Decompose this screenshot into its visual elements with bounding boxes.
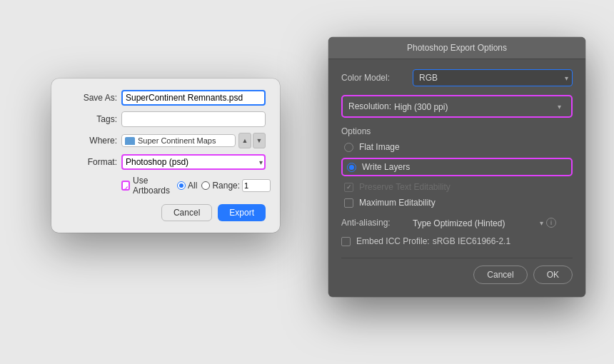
export-dialog-body: Color Model: RGB CMYK Grayscale ▾ Resolu… [328,59,585,297]
info-icon[interactable]: i [546,218,556,228]
write-layers-row: Write Layers [341,158,573,176]
format-label: Format: [66,157,117,167]
info-symbol: i [550,219,552,226]
use-artboards-checkbox[interactable]: Use Artboards [121,176,171,196]
flat-image-radio[interactable] [344,143,353,152]
icc-label: Embed ICC Profile: [356,236,430,246]
preserve-text-checkbox[interactable]: ✓ [344,183,353,192]
save-as-row: Save As: [66,90,266,106]
color-model-label: Color Model: [341,73,413,83]
max-edit-row: Maximum Editability [341,198,573,208]
write-layers-radio-dot [349,165,354,170]
range-input[interactable] [242,179,271,192]
divider [341,258,573,258]
save-as-input[interactable] [121,90,266,106]
radio-all-circle [177,181,186,190]
icc-value: sRGB IEC61966-2.1 [433,236,510,246]
color-model-select[interactable]: RGB CMYK Grayscale [413,69,573,86]
export-button[interactable]: Export [218,204,266,221]
format-select[interactable]: Photoshop (psd) [121,154,266,170]
radio-range-circle [201,181,210,190]
use-artboards-label: Use Artboards [133,176,171,196]
save-dialog: Save As: Tags: Where: Super Continent Ma… [51,79,280,233]
checkbox-check-mark [123,183,129,188]
format-select-wrapper: Photoshop (psd) ▾ [121,154,266,170]
where-label: Where: [66,136,117,146]
radio-all-dot [179,183,183,188]
anti-alias-label: Anti-aliasing: [341,218,413,228]
where-row: Where: Super Continent Maps ▲ ▼ [66,133,266,148]
radio-all[interactable]: All [177,181,197,191]
resolution-select-wrapper: High (300 ppi) Medium (150 ppi) Low (72 … [394,100,565,113]
where-folder[interactable]: Super Continent Maps [121,134,236,147]
tags-row: Tags: [66,111,266,127]
resolution-label-text: Resolution: [348,101,391,111]
write-layers-radio[interactable] [347,163,356,172]
tags-input[interactable] [121,111,266,127]
export-footer: Cancel OK [341,266,573,287]
max-edit-checkbox[interactable] [344,198,353,208]
tags-label: Tags: [66,114,117,124]
color-model-select-wrapper: RGB CMYK Grayscale ▾ [413,69,573,86]
anti-alias-select-wrapper: Type Optimized (Hinted) Art Optimized (S… [413,216,542,229]
export-ok-button[interactable]: OK [533,266,573,284]
save-dialog-buttons: Cancel Export [66,204,266,221]
cancel-button[interactable]: Cancel [161,204,212,221]
where-down-arrow[interactable]: ▼ [253,133,266,148]
format-row: Format: Photoshop (psd) ▾ [66,154,266,170]
preserve-text-row: ✓ Preserve Text Editability [341,182,573,192]
where-value: Super Continent Maps [138,136,216,145]
folder-icon [125,137,135,145]
export-cancel-button[interactable]: Cancel [473,266,527,284]
anti-alias-row: Anti-aliasing: Type Optimized (Hinted) A… [341,216,573,229]
where-arrows: ▲ ▼ [238,133,266,148]
artboard-radio-group: All Range: [177,179,271,192]
preserve-text-label: Preserve Text Editability [359,182,451,192]
export-dialog-titlebar: Photoshop Export Options [328,37,585,59]
radio-range-label: Range: [212,181,240,191]
icc-row: Embed ICC Profile: sRGB IEC61966-2.1 [341,236,573,246]
radio-all-label: All [188,181,197,191]
icc-checkbox[interactable] [341,237,351,246]
radio-range[interactable]: Range: [201,179,271,192]
resolution-row: Resolution: High (300 ppi) Medium (150 p… [341,95,573,118]
flat-image-row: Flat Image [341,142,573,152]
options-header: Options [341,126,573,136]
checkbox-icon [121,181,130,191]
export-dialog: Photoshop Export Options Color Model: RG… [328,37,585,297]
where-up-arrow[interactable]: ▲ [238,133,251,148]
write-layers-label: Write Layers [362,162,410,172]
preserve-check-mark: ✓ [346,183,352,191]
artboard-row: Use Artboards All Range: [66,176,266,196]
export-dialog-title: Photoshop Export Options [407,43,507,53]
anti-alias-select[interactable]: Type Optimized (Hinted) Art Optimized (S… [413,218,542,228]
max-edit-label: Maximum Editability [359,198,436,208]
resolution-select[interactable]: High (300 ppi) Medium (150 ppi) Low (72 … [394,102,565,112]
color-model-row: Color Model: RGB CMYK Grayscale ▾ [341,69,573,86]
save-as-label: Save As: [66,93,117,103]
flat-image-label: Flat Image [359,142,400,152]
